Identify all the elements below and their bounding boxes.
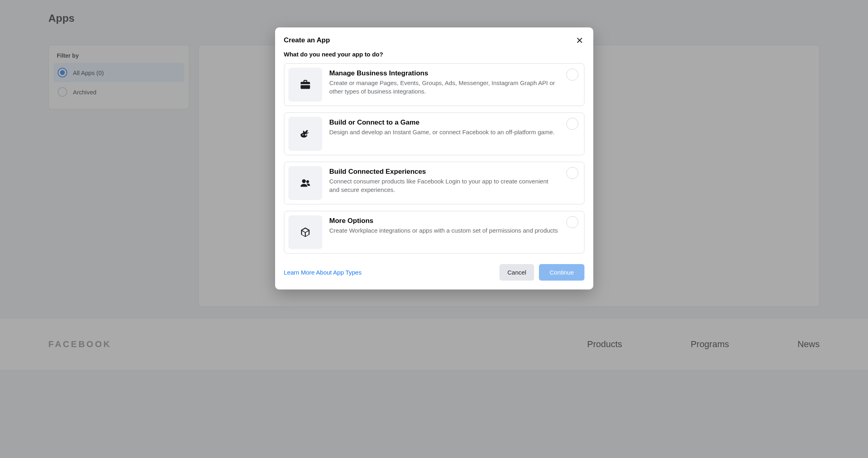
option-icon-box [288, 117, 322, 151]
option-radio[interactable] [566, 69, 578, 81]
close-button[interactable] [575, 35, 584, 45]
option-connected-experiences[interactable]: Build Connected Experiences Connect cons… [284, 162, 584, 204]
option-icon-box [288, 215, 322, 249]
option-title: Manage Business Integrations [329, 69, 559, 77]
modal-overlay: Create an App What do you need your app … [0, 0, 868, 458]
people-icon [300, 177, 311, 189]
option-manage-business[interactable]: Manage Business Integrations Create or m… [284, 63, 584, 106]
option-description: Design and develop an Instant Game, or c… [329, 128, 559, 137]
learn-more-link[interactable]: Learn More About App Types [284, 269, 362, 276]
close-icon [576, 37, 583, 44]
option-more-options[interactable]: More Options Create Workplace integratio… [284, 211, 584, 254]
option-title: More Options [329, 217, 559, 225]
option-icon-box [288, 68, 322, 102]
modal-subtitle: What do you need your app to do? [275, 49, 593, 63]
game-icon [300, 128, 311, 139]
svg-point-6 [302, 179, 305, 183]
cube-icon [300, 227, 311, 238]
create-app-modal: Create an App What do you need your app … [275, 27, 593, 289]
svg-point-3 [302, 134, 303, 135]
svg-point-7 [306, 180, 309, 183]
option-description: Create or manage Pages, Events, Groups, … [329, 79, 559, 96]
option-description: Create Workplace integrations or apps wi… [329, 227, 559, 235]
option-radio[interactable] [566, 216, 578, 228]
option-radio[interactable] [566, 118, 578, 130]
cancel-button[interactable]: Cancel [499, 264, 534, 281]
option-icon-box [288, 166, 322, 200]
option-title: Build Connected Experiences [329, 168, 559, 176]
option-title: Build or Connect to a Game [329, 119, 559, 127]
modal-title: Create an App [284, 36, 330, 44]
briefcase-icon [300, 79, 311, 90]
svg-point-2 [300, 133, 307, 138]
continue-button[interactable]: Continue [539, 264, 584, 281]
option-radio[interactable] [566, 167, 578, 179]
option-build-game[interactable]: Build or Connect to a Game Design and de… [284, 112, 584, 155]
option-description: Connect consumer products like Facebook … [329, 177, 559, 194]
